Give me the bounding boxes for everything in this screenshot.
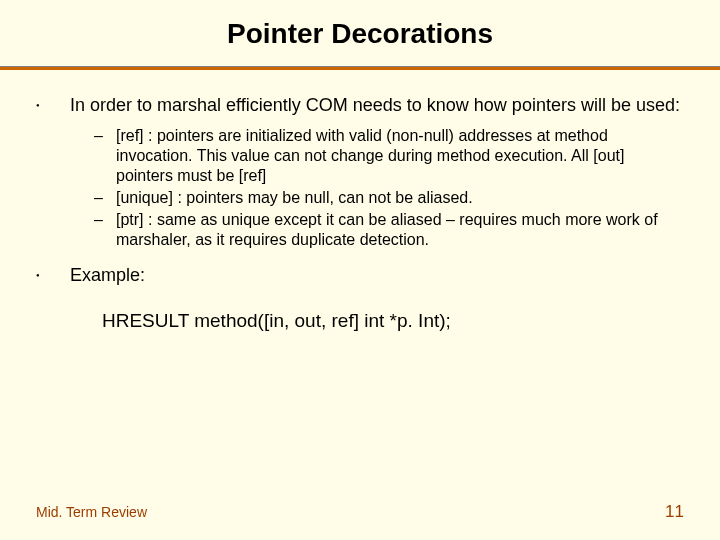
bullet-item: In order to marshal efficiently COM need…	[34, 94, 686, 120]
subbullet-marker: –	[94, 210, 116, 230]
bullet-item: Example:	[34, 264, 686, 290]
bullet-marker	[34, 264, 70, 290]
slide-content: In order to marshal efficiently COM need…	[0, 94, 720, 332]
bullet-text: In order to marshal efficiently COM need…	[70, 94, 686, 117]
slide-footer: Mid. Term Review 11	[36, 502, 684, 522]
subbullet-list: – [ref] : pointers are initialized with …	[94, 126, 676, 250]
subbullet-text: [unique] : pointers may be null, can not…	[116, 188, 676, 208]
subbullet-item: – [ptr] : same as unique except it can b…	[94, 210, 676, 250]
bullet-marker	[34, 94, 70, 120]
subbullet-marker: –	[94, 188, 116, 208]
subbullet-text: [ref] : pointers are initialized with va…	[116, 126, 676, 186]
bullet-text: Example:	[70, 264, 686, 287]
slide: Pointer Decorations In order to marshal …	[0, 0, 720, 540]
footer-page-number: 11	[665, 502, 684, 522]
slide-title: Pointer Decorations	[0, 0, 720, 56]
subbullet-item: – [ref] : pointers are initialized with …	[94, 126, 676, 186]
footer-title: Mid. Term Review	[36, 504, 147, 520]
subbullet-marker: –	[94, 126, 116, 146]
example-code: HRESULT method([in, out, ref] int *p. In…	[102, 310, 686, 332]
subbullet-text: [ptr] : same as unique except it can be …	[116, 210, 676, 250]
title-divider	[0, 66, 720, 70]
subbullet-item: – [unique] : pointers may be null, can n…	[94, 188, 676, 208]
